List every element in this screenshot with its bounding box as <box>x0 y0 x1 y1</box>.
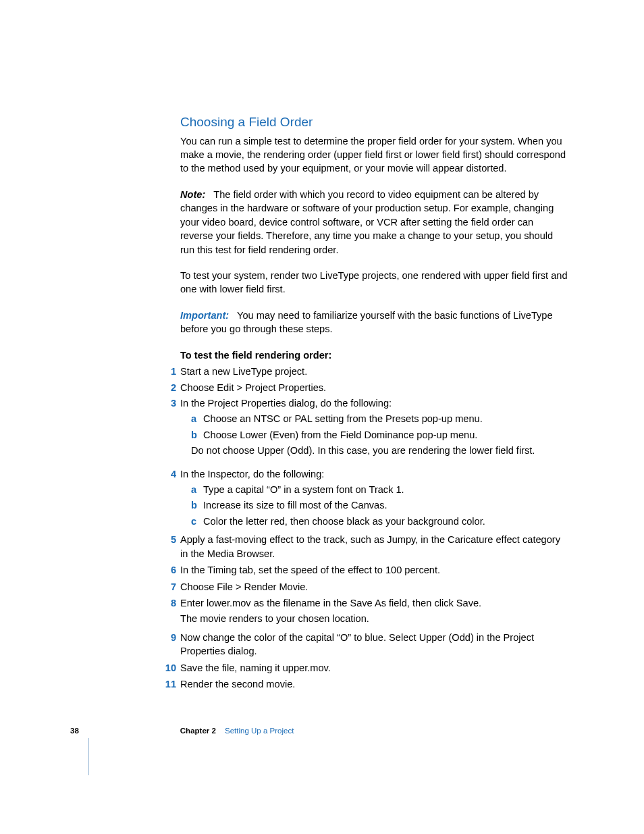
step-lead: In the Project Properties dialog, do the… <box>180 396 568 410</box>
step-8: 8 Enter lower.mov as the filename in the… <box>180 596 568 628</box>
step-body: Choose File > Render Movie. <box>180 580 568 594</box>
step-body: In the Inspector, do the following: a Ty… <box>180 467 568 531</box>
document-page: Choosing a Field Order You can run a sim… <box>0 0 644 834</box>
step-number: 2 <box>161 381 176 394</box>
note-label: Note: <box>180 189 205 200</box>
substep-body: Choose an NTSC or PAL setting from the P… <box>203 412 568 425</box>
substep-body: Color the letter red, then choose black … <box>203 515 568 528</box>
step-body: Now change the color of the capital “O” … <box>180 631 568 658</box>
step-tail: Do not choose Upper (Odd). In this case,… <box>191 444 568 457</box>
step-5: 5 Apply a fast-moving effect to the trac… <box>180 533 568 561</box>
substep-letter: c <box>191 515 199 528</box>
step-number: 6 <box>161 563 176 577</box>
step-2: 2 Choose Edit > Project Properties. <box>180 381 568 394</box>
step-10: 10 Save the file, naming it upper.mov. <box>180 661 568 675</box>
page-number: 38 <box>70 725 79 736</box>
step-number: 9 <box>161 631 176 644</box>
note-body: The field order with which you record to… <box>180 189 554 255</box>
step-number: 3 <box>161 396 176 410</box>
page-footer: 38 Chapter 2 Setting Up a Project <box>70 725 294 736</box>
step-body: Save the file, naming it upper.mov. <box>180 661 568 675</box>
substep-letter: b <box>191 498 199 512</box>
step-body: In the Timing tab, set the speed of the … <box>180 563 568 577</box>
intro-paragraph: You can run a simple test to determine t… <box>180 134 568 176</box>
chapter-line: Chapter 2 Setting Up a Project <box>180 725 294 736</box>
chapter-label: Chapter 2 <box>180 727 216 735</box>
step-7: 7 Choose File > Render Movie. <box>180 580 568 594</box>
substep-4b: b Increase its size to fill most of the … <box>191 498 568 512</box>
step-number: 8 <box>161 596 176 610</box>
substep-letter: a <box>191 412 199 425</box>
step-number: 4 <box>161 467 176 481</box>
step-9: 9 Now change the color of the capital “O… <box>180 631 568 658</box>
substep-letter: a <box>191 483 199 496</box>
substep-4c: c Color the letter red, then choose blac… <box>191 515 568 528</box>
substep-body: Type a capital “O” in a system font on T… <box>203 483 568 496</box>
substep-letter: b <box>191 428 199 442</box>
content-column: Choosing a Field Order You can run a sim… <box>180 113 568 694</box>
footer-rule <box>88 738 89 775</box>
step-3: 3 In the Project Properties dialog, do t… <box>180 396 568 458</box>
step-6: 6 In the Timing tab, set the speed of th… <box>180 563 568 577</box>
step-lead: Enter lower.mov as the filename in the S… <box>180 596 568 610</box>
step-1: 1 Start a new LiveType project. <box>180 365 568 378</box>
step-body: Enter lower.mov as the filename in the S… <box>180 596 568 628</box>
step-body: In the Project Properties dialog, do the… <box>180 396 568 458</box>
substep-body: Choose Lower (Even) from the Field Domin… <box>203 428 568 442</box>
important-label: Important: <box>180 310 229 321</box>
step-number: 7 <box>161 580 176 594</box>
step-lead: In the Inspector, do the following: <box>180 467 568 481</box>
test-paragraph: To test your system, render two LiveType… <box>180 269 568 296</box>
step-tail: The movie renders to your chosen locatio… <box>180 612 568 625</box>
note-paragraph: Note: The field order with which you rec… <box>180 188 568 257</box>
chapter-title: Setting Up a Project <box>225 727 294 735</box>
substep-4a: a Type a capital “O” in a system font on… <box>191 483 568 496</box>
step-number: 11 <box>161 677 176 691</box>
substep-3b: b Choose Lower (Even) from the Field Dom… <box>191 428 568 442</box>
step-number: 1 <box>161 365 176 378</box>
steps-title: To test the field rendering order: <box>180 348 568 362</box>
step-4: 4 In the Inspector, do the following: a … <box>180 467 568 531</box>
step-body: Render the second movie. <box>180 677 568 691</box>
important-paragraph: Important: You may need to familiarize y… <box>180 309 568 336</box>
step-body: Start a new LiveType project. <box>180 365 568 378</box>
step-body: Apply a fast-moving effect to the track,… <box>180 533 568 561</box>
step-number: 5 <box>161 533 176 546</box>
section-heading: Choosing a Field Order <box>180 113 568 132</box>
substep-body: Increase its size to fill most of the Ca… <box>203 498 568 512</box>
substep-3a: a Choose an NTSC or PAL setting from the… <box>191 412 568 425</box>
step-number: 10 <box>161 661 176 675</box>
step-11: 11 Render the second movie. <box>180 677 568 691</box>
step-body: Choose Edit > Project Properties. <box>180 381 568 394</box>
